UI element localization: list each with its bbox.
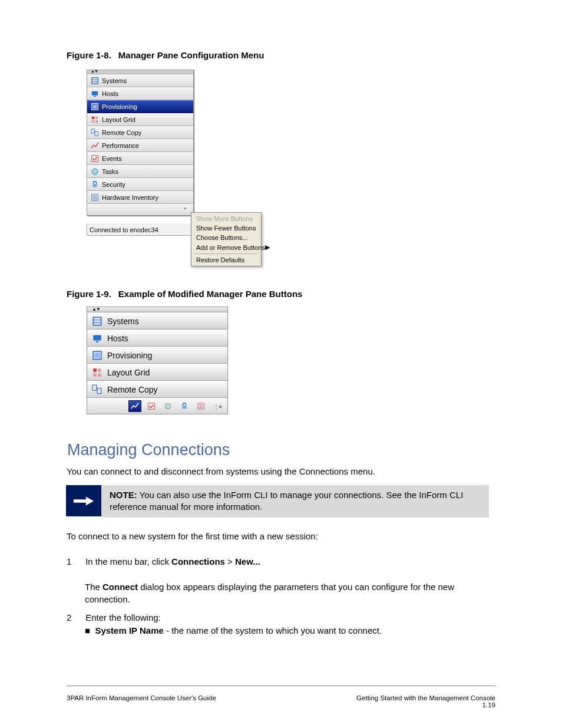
menu-restore-defaults[interactable]: Restore Defaults <box>191 255 261 265</box>
menu-show-more-buttons: Show More Buttons <box>191 214 261 223</box>
svg-rect-10 <box>95 120 98 123</box>
menu-choose-buttons[interactable]: Choose Buttons... <box>191 233 261 242</box>
figure-caption-2: Figure 1-9.Example of Modified Manager P… <box>67 289 302 299</box>
note-body: NOTE: You can also use the InForm CLI to… <box>101 485 489 518</box>
manager-pane-grip[interactable]: ▲▼ <box>87 70 193 74</box>
svg-rect-28 <box>93 368 97 372</box>
nav-item-layout-grid-large[interactable]: Layout Grid <box>87 364 227 381</box>
page-footer: 3PAR InForm Management Console User's Gu… <box>67 686 495 709</box>
step-number: 1 <box>67 556 83 568</box>
nav-item-label: Provisioning <box>107 351 152 360</box>
manager-pane-grip-large[interactable]: ▲▼ <box>87 307 227 312</box>
nav-item-label: Provisioning <box>102 103 137 110</box>
svg-rect-16 <box>93 184 97 187</box>
nav-item-remote-copy[interactable]: Remote Copy <box>87 126 193 139</box>
note-label: NOTE: <box>110 490 137 500</box>
performance-icon <box>131 402 139 410</box>
svg-point-15 <box>94 171 96 173</box>
config-context-menu: Show More Buttons Show Fewer Buttons Cho… <box>191 212 262 266</box>
svg-rect-32 <box>92 385 97 390</box>
events-icon <box>147 402 156 410</box>
svg-rect-8 <box>95 117 98 119</box>
manager-pane-footer: » <box>87 204 193 215</box>
svg-point-36 <box>167 406 169 407</box>
nav-item-performance[interactable]: Performance <box>87 139 193 152</box>
figure-caption-2-text: Example of Modified Manager Pane Buttons <box>118 289 303 299</box>
nav-item-tasks[interactable]: Tasks <box>87 165 193 178</box>
configure-icon[interactable]: » <box>184 206 190 212</box>
nav-item-events[interactable]: Events <box>87 152 193 165</box>
figure-1-8: ▲▼ Systems Hosts Provisioning Layout Gri… <box>87 70 199 236</box>
nav-item-security[interactable]: Security <box>87 178 193 191</box>
svg-rect-25 <box>96 341 99 342</box>
svg-rect-7 <box>92 117 94 119</box>
nav-item-provisioning-large[interactable]: Provisioning <box>87 347 227 364</box>
manager-pane-small: ▲▼ Systems Hosts Provisioning Layout Gri… <box>87 70 194 216</box>
nav-item-remote-copy-large[interactable]: Remote Copy <box>87 381 227 398</box>
svg-rect-6 <box>93 105 97 109</box>
remote-copy-icon <box>92 384 103 395</box>
svg-rect-11 <box>91 129 94 133</box>
svg-rect-21 <box>93 317 101 325</box>
events-icon <box>91 154 99 163</box>
status-bar: Connected to enodec34 <box>87 224 199 236</box>
remote-copy-icon <box>91 129 99 137</box>
dialog-name: Connect <box>103 582 138 592</box>
systems-icon <box>92 316 103 327</box>
nav-item-provisioning[interactable]: Provisioning <box>87 100 193 113</box>
note-arrow-icon <box>66 485 101 516</box>
menu-path: Connections <box>171 556 225 566</box>
overflow-configure[interactable]: ⋮» <box>211 400 224 412</box>
nav-item-label: Events <box>102 155 122 162</box>
overflow-events[interactable] <box>145 400 158 412</box>
nav-item-label: Remote Copy <box>107 385 158 394</box>
body-paragraph-2: To connect to a new system for the first… <box>67 531 491 543</box>
overflow-performance[interactable] <box>128 400 141 412</box>
tasks-icon <box>91 167 99 176</box>
overflow-tasks[interactable] <box>161 400 174 412</box>
field-label: System IP Name <box>95 625 163 635</box>
step-1-result: The Connect dialog box appears displayin… <box>85 581 491 605</box>
body-paragraph-1: You can connect to and disconnect from s… <box>67 466 491 478</box>
overflow-hardware-inventory[interactable] <box>194 400 207 412</box>
manager-pane-large: ▲▼ Systems Hosts Provisioning Layout Gri… <box>87 307 228 414</box>
step-number: 2 <box>67 612 83 624</box>
step-1: 1 In the menu bar, click Connections > N… <box>67 556 491 568</box>
svg-rect-4 <box>94 96 96 97</box>
footer-page-number: 1.19 <box>356 701 495 709</box>
footer-chapter-title: Getting Started with the Management Cons… <box>356 694 495 701</box>
menu-add-remove-buttons[interactable]: Add or Remove Buttons ▶ <box>191 242 261 252</box>
nav-item-label: Remote Copy <box>102 129 141 136</box>
layout-grid-icon <box>92 367 103 378</box>
svg-rect-27 <box>95 353 100 358</box>
figure-caption-1-text: Manager Pane Configuration Menu <box>118 50 265 60</box>
nav-item-label: Performance <box>102 142 139 149</box>
menu-show-fewer-buttons[interactable]: Show Fewer Buttons <box>191 223 261 233</box>
nav-item-systems[interactable]: Systems <box>87 74 193 87</box>
nav-item-hosts-large[interactable]: Hosts <box>87 330 227 347</box>
section-heading: Managing Connections <box>67 441 230 459</box>
footer-doc-title: 3PAR InForm Management Console User's Gu… <box>67 694 216 709</box>
figure-caption-2-label: Figure 1-9. <box>67 289 111 299</box>
note-callout: NOTE: You can also use the InForm CLI to… <box>66 485 489 518</box>
figure-caption-1: Figure 1-8.Manager Pane Configuration Me… <box>67 50 264 60</box>
performance-icon <box>91 141 99 150</box>
step-2-bullet: ■ System IP Name - the name of the syste… <box>85 625 509 637</box>
nav-item-hosts[interactable]: Hosts <box>87 87 193 100</box>
nav-item-systems-large[interactable]: Systems <box>87 312 227 330</box>
menu-separator <box>194 253 259 254</box>
nav-item-hardware-inventory[interactable]: Hardware Inventory <box>87 191 193 204</box>
nav-item-layout-grid[interactable]: Layout Grid <box>87 113 193 126</box>
svg-rect-29 <box>98 368 101 372</box>
svg-rect-33 <box>97 388 101 393</box>
svg-rect-30 <box>93 373 97 377</box>
svg-rect-13 <box>92 156 98 162</box>
svg-rect-12 <box>95 131 98 136</box>
provisioning-icon <box>91 103 99 111</box>
layout-grid-icon <box>91 116 99 124</box>
nav-item-label: Layout Grid <box>102 116 135 123</box>
step-2: 2 Enter the following: <box>67 612 491 624</box>
step-text: In the menu bar, click Connections > New… <box>85 556 260 566</box>
overflow-security[interactable] <box>178 400 191 412</box>
nav-item-label: Security <box>102 181 125 188</box>
